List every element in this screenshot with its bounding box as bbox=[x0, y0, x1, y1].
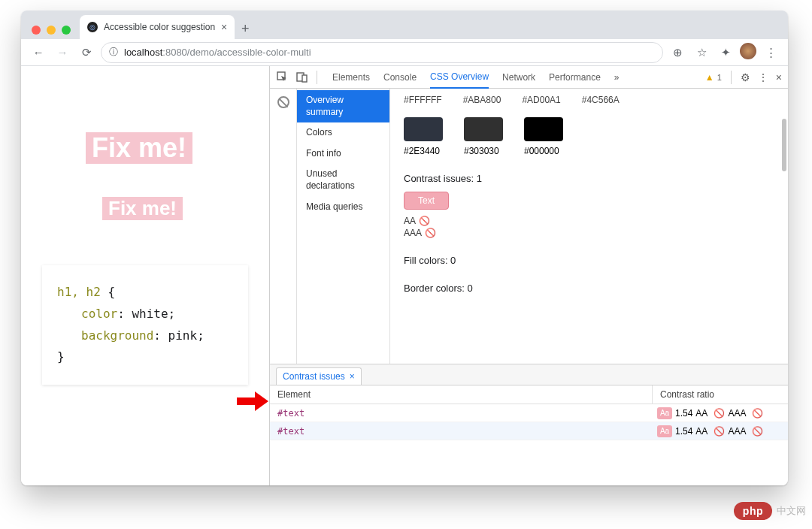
new-tab-button[interactable]: + bbox=[235, 18, 256, 39]
fail-icon: 🚫 bbox=[425, 228, 436, 238]
settings-icon[interactable]: ⚙ bbox=[741, 71, 750, 83]
device-toolbar-icon[interactable] bbox=[295, 71, 309, 84]
tab-title: Accessible color suggestion bbox=[104, 22, 215, 32]
aa-rating: AA🚫 bbox=[404, 216, 774, 226]
fail-icon: 🚫 bbox=[419, 216, 430, 226]
color-swatch[interactable]: #000000 bbox=[524, 117, 563, 156]
overview-main: #FFFFFF #ABA800 #AD00A1 #4C566A #2E3440 … bbox=[390, 89, 788, 364]
favicon-icon: ◎ bbox=[87, 22, 98, 32]
close-devtools-icon[interactable]: × bbox=[776, 71, 782, 83]
fail-icon: 🚫 bbox=[714, 408, 725, 419]
table-row[interactable]: #text Aa1.54 AA🚫 AAA🚫 bbox=[270, 404, 788, 422]
tab-elements[interactable]: Elements bbox=[332, 66, 370, 89]
color-swatch[interactable]: #2E3440 bbox=[404, 117, 443, 156]
browser-tab[interactable]: ◎ Accessible color suggestion × bbox=[80, 15, 235, 39]
swatch-icon bbox=[464, 117, 503, 141]
extensions-icon[interactable]: ✦ bbox=[716, 43, 735, 62]
tab-strip: ◎ Accessible color suggestion × + bbox=[21, 11, 788, 39]
watermark-badge: php 中文网 bbox=[734, 502, 806, 520]
sample-swatch-icon: Aa bbox=[657, 407, 672, 419]
url-port: :8080 bbox=[162, 47, 187, 58]
swatch-icon bbox=[524, 117, 563, 141]
drawer-tab-contrast[interactable]: Contrast issues× bbox=[276, 367, 362, 385]
demo-h1: Fix me! bbox=[86, 132, 192, 164]
php-logo-icon: php bbox=[734, 502, 772, 520]
browser-window: ◎ Accessible color suggestion × + ← → ⟳ … bbox=[21, 11, 788, 485]
toolbar: ← → ⟳ ⓘ localhost:8080/demo/accessible-c… bbox=[21, 39, 788, 66]
drawer: Contrast issues× Element Contrast ratio … bbox=[270, 364, 788, 485]
devtools-menu-icon[interactable]: ⋮ bbox=[758, 71, 768, 83]
scrollbar-thumb[interactable] bbox=[782, 119, 786, 171]
fail-icon: 🚫 bbox=[714, 426, 725, 437]
sidenav-colors[interactable]: Colors bbox=[297, 122, 389, 144]
aaa-rating: AAA🚫 bbox=[404, 228, 774, 238]
annotation-arrow-icon bbox=[237, 391, 267, 411]
reload-button[interactable]: ⟳ bbox=[77, 43, 96, 62]
code-snippet: h1, h2 { color: white; background: pink;… bbox=[42, 265, 248, 385]
close-window-icon[interactable] bbox=[32, 26, 41, 35]
close-drawer-tab-icon[interactable]: × bbox=[350, 371, 355, 382]
contrast-heading: Contrast issues: 1 bbox=[404, 173, 774, 184]
css-overview-body: Overview summary Colors Font info Unused… bbox=[270, 89, 788, 364]
tab-console[interactable]: Console bbox=[383, 66, 417, 89]
zoom-icon[interactable]: ⊕ bbox=[668, 43, 687, 62]
warnings-badge[interactable]: ▲1 bbox=[705, 72, 722, 83]
hex-label: #FFFFFF bbox=[404, 95, 442, 105]
table-row[interactable]: #text Aa1.54 AA🚫 AAA🚫 bbox=[270, 422, 788, 440]
minimize-window-icon[interactable] bbox=[47, 26, 56, 35]
content-area: Fix me! Fix me! h1, h2 { color: white; b… bbox=[21, 66, 788, 485]
site-info-icon[interactable]: ⓘ bbox=[109, 46, 118, 59]
sample-swatch-icon: Aa bbox=[657, 425, 672, 437]
clear-overview-icon[interactable] bbox=[277, 96, 289, 108]
tab-performance[interactable]: Performance bbox=[549, 66, 601, 89]
profile-avatar[interactable] bbox=[740, 43, 756, 59]
contrast-sample-button[interactable]: Text bbox=[404, 192, 449, 210]
toolbar-actions: ⊕ ☆ ✦ ⋮ bbox=[668, 43, 780, 62]
border-heading: Border colors: 0 bbox=[404, 283, 774, 294]
url-host: localhost bbox=[124, 47, 162, 58]
th-ratio: Contrast ratio bbox=[653, 385, 788, 404]
maximize-window-icon[interactable] bbox=[62, 26, 71, 35]
color-swatch[interactable]: #303030 bbox=[464, 117, 503, 156]
forward-button[interactable]: → bbox=[53, 43, 72, 62]
hex-row: #FFFFFF #ABA800 #AD00A1 #4C566A bbox=[404, 95, 774, 105]
tab-network[interactable]: Network bbox=[502, 66, 535, 89]
bookmark-icon[interactable]: ☆ bbox=[692, 43, 711, 62]
overflow-menu-icon[interactable]: ⋮ bbox=[761, 43, 780, 62]
warning-icon: ▲ bbox=[705, 72, 714, 83]
sidenav-overview-summary[interactable]: Overview summary bbox=[297, 90, 389, 122]
fail-icon: 🚫 bbox=[752, 426, 763, 437]
watermark-text: 中文网 bbox=[777, 504, 806, 518]
th-element: Element bbox=[270, 385, 653, 404]
hex-label: #4C566A bbox=[582, 95, 620, 105]
hex-label: #AD00A1 bbox=[522, 95, 560, 105]
drawer-tabs: Contrast issues× bbox=[270, 364, 788, 385]
inspect-icon[interactable] bbox=[276, 71, 289, 84]
close-tab-icon[interactable]: × bbox=[221, 21, 227, 33]
tab-css-overview[interactable]: CSS Overview bbox=[430, 66, 489, 89]
hex-label: #ABA800 bbox=[463, 95, 501, 105]
address-bar[interactable]: ⓘ localhost:8080/demo/accessible-color-m… bbox=[101, 42, 663, 63]
fill-heading: Fill colors: 0 bbox=[404, 255, 774, 266]
sidenav-unused-declarations[interactable]: Unused declarations bbox=[297, 164, 389, 196]
tabs-overflow[interactable]: » bbox=[614, 66, 620, 89]
swatch-icon bbox=[404, 117, 443, 141]
sidenav-font-info[interactable]: Font info bbox=[297, 144, 389, 165]
overview-sidenav: Overview summary Colors Font info Unused… bbox=[297, 89, 390, 364]
window-controls bbox=[27, 26, 77, 39]
back-button[interactable]: ← bbox=[29, 43, 48, 62]
sidenav-media-queries[interactable]: Media queries bbox=[297, 197, 389, 218]
fail-icon: 🚫 bbox=[752, 408, 763, 419]
url-path: /demo/accessible-color-multi bbox=[187, 47, 311, 58]
devtools-panel: Elements Console CSS Overview Network Pe… bbox=[269, 66, 788, 485]
devtools-tabbar: Elements Console CSS Overview Network Pe… bbox=[270, 66, 788, 89]
table-header: Element Contrast ratio bbox=[270, 385, 788, 404]
demo-h2: Fix me! bbox=[102, 197, 183, 220]
svg-rect-2 bbox=[302, 75, 307, 82]
clear-col bbox=[270, 89, 297, 364]
page-preview: Fix me! Fix me! h1, h2 { color: white; b… bbox=[21, 66, 269, 485]
